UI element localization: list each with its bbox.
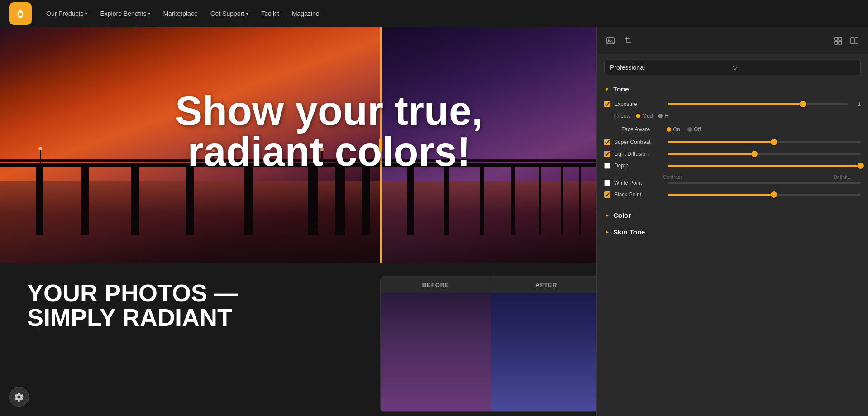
hero-line2: radiant colors! [175, 131, 483, 172]
after-label: AFTER [491, 277, 602, 293]
depth-sublabels: Contrast Definit... [604, 174, 861, 180]
svg-rect-12 [444, 167, 449, 235]
face-aware-label: Face Aware [621, 126, 667, 133]
nav-item-get-support[interactable]: Get Support ▾ [205, 6, 254, 21]
compare-icon[interactable] [848, 34, 861, 47]
before-image [381, 293, 491, 411]
white-point-checkbox[interactable] [604, 180, 610, 186]
nav-item-our-products[interactable]: Our Products ▾ [41, 6, 93, 21]
face-aware-off[interactable]: Off [687, 126, 701, 133]
hero-text-container: Show your true, radiant colors! [175, 91, 483, 172]
exposure-label: Exposure [614, 101, 664, 107]
color-section-header[interactable]: ▼ Color [597, 207, 868, 224]
svg-rect-27 [835, 37, 838, 40]
nav-item-explore-benefits[interactable]: Explore Benefits ▾ [95, 6, 156, 21]
hero-area: Show your true, radiant colors! [0, 27, 596, 263]
color-section: ▼ Color [597, 207, 868, 224]
panel-toolbar-left [604, 34, 635, 47]
image-view-icon[interactable] [604, 34, 617, 47]
skin-tone-section-header[interactable]: ▼ Skin Tone [597, 224, 868, 240]
svg-rect-28 [839, 37, 842, 40]
tone-section-content: Exposure 1 Low Med [597, 97, 868, 207]
before-label: BEFORE [381, 277, 491, 293]
gear-button[interactable] [9, 387, 29, 407]
before-after-widget: BEFORE AFTER [380, 276, 602, 412]
super-contrast-track[interactable] [668, 141, 861, 143]
black-point-checkbox[interactable] [604, 191, 610, 198]
light-diffusion-checkbox[interactable] [604, 151, 610, 157]
exposure-range-group: Low Med Hi [614, 113, 670, 119]
med-label: Med [642, 113, 653, 119]
exposure-fill [668, 103, 803, 105]
super-contrast-checkbox[interactable] [604, 139, 610, 145]
logo[interactable] [9, 2, 32, 25]
super-contrast-row: Super Contrast [604, 139, 861, 145]
profile-selector[interactable]: Professional ▽ [604, 60, 861, 75]
svg-rect-25 [607, 38, 614, 44]
nav-item-toolkit[interactable]: Toolkit [256, 6, 285, 21]
svg-rect-4 [81, 167, 89, 235]
exposure-value: 1 [852, 101, 861, 107]
bottom-heading-line2: SIMPLY RADIANT [27, 305, 335, 330]
low-radio-dot [614, 114, 619, 118]
depth-definition-label: Definit... [834, 174, 852, 180]
svg-rect-8 [308, 167, 318, 235]
depth-fill [668, 165, 861, 167]
exposure-thumb[interactable] [800, 101, 806, 107]
crop-icon[interactable] [622, 34, 635, 47]
black-point-track[interactable] [668, 194, 861, 196]
nav-items: Our Products ▾ Explore Benefits ▾ Market… [41, 6, 325, 21]
svg-rect-16 [561, 167, 563, 235]
svg-rect-32 [855, 38, 858, 44]
split-handle[interactable] [379, 138, 382, 152]
super-contrast-fill [668, 141, 774, 143]
tone-chevron-icon: ▼ [604, 86, 610, 92]
white-point-track[interactable] [668, 182, 861, 184]
skin-tone-section-title: Skin Tone [613, 228, 645, 236]
svg-rect-30 [839, 41, 842, 44]
super-contrast-thumb[interactable] [771, 139, 777, 145]
svg-rect-31 [851, 38, 854, 44]
svg-rect-17 [579, 167, 581, 235]
depth-thumb[interactable] [858, 163, 864, 169]
tone-section-header[interactable]: ▼ Tone [597, 81, 868, 97]
light-diffusion-track[interactable] [668, 153, 861, 155]
depth-checkbox[interactable] [604, 163, 610, 169]
exposure-med-option[interactable]: Med [636, 113, 653, 119]
exposure-low-option[interactable]: Low [614, 113, 630, 119]
depth-track[interactable] [668, 165, 861, 167]
exposure-track[interactable] [668, 103, 848, 105]
after-image [491, 293, 601, 411]
tone-section-title: Tone [613, 85, 629, 93]
face-aware-row: Face Aware On Off [604, 124, 861, 134]
depth-contrast-label: Contrast [663, 174, 682, 180]
white-point-row: White Point [604, 180, 861, 186]
black-point-row: Black Point [604, 191, 861, 198]
view-mode-icon[interactable] [832, 34, 844, 47]
black-point-fill [668, 194, 774, 196]
face-aware-on[interactable]: On [667, 126, 680, 133]
exposure-range-row: Low Med Hi [604, 113, 861, 119]
med-radio-dot [636, 114, 640, 118]
face-aware-on-dot [667, 127, 671, 132]
color-section-title: Color [613, 211, 631, 219]
super-contrast-label: Super Contrast [614, 139, 664, 145]
profile-name: Professional [610, 64, 733, 71]
light-diffusion-thumb[interactable] [751, 151, 758, 157]
svg-rect-19 [40, 149, 41, 164]
exposure-checkbox[interactable] [604, 101, 610, 107]
light-diffusion-row: Light Diffusion [604, 151, 861, 157]
nav-item-marketplace[interactable]: Marketplace [157, 6, 203, 21]
svg-rect-3 [36, 167, 43, 235]
skin-tone-section: ▼ Skin Tone [597, 224, 868, 240]
hi-label: Hi [664, 113, 669, 119]
svg-point-26 [608, 39, 610, 41]
svg-point-20 [38, 147, 42, 150]
depth-label: Depth [614, 163, 664, 169]
svg-rect-29 [835, 41, 838, 44]
exposure-hi-option[interactable]: Hi [658, 113, 669, 119]
light-diffusion-label: Light Diffusion [614, 151, 664, 157]
nav-item-magazine[interactable]: Magazine [286, 6, 325, 21]
face-aware-off-dot [687, 127, 692, 132]
black-point-thumb[interactable] [771, 191, 777, 198]
